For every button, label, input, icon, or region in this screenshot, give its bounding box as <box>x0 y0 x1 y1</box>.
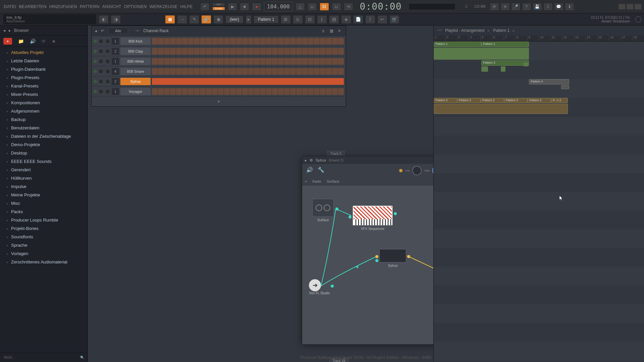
bar-marker[interactable]: 5 <box>480 36 492 41</box>
tab-surface[interactable]: Surface <box>327 179 339 183</box>
bar-marker[interactable]: 11 <box>550 36 562 41</box>
track-5-label[interactable]: Track 5 <box>327 151 344 157</box>
save-icon[interactable]: 💾 <box>533 3 542 11</box>
step-button[interactable] <box>248 68 254 75</box>
bar-marker[interactable]: 1 <box>434 36 445 41</box>
channel-led[interactable] <box>94 50 97 53</box>
step-button[interactable] <box>164 48 170 55</box>
step-button[interactable] <box>272 38 278 45</box>
step-button[interactable] <box>284 38 290 45</box>
step-button[interactable] <box>152 48 158 55</box>
channel-led[interactable] <box>94 60 97 63</box>
bar-marker[interactable]: 12 <box>562 36 574 41</box>
channel-number[interactable]: 2 <box>112 78 119 85</box>
channel-number[interactable]: 1 <box>112 38 119 45</box>
channel-name[interactable]: Voyager <box>120 88 151 95</box>
step-button[interactable] <box>236 68 242 75</box>
step-button[interactable] <box>290 88 296 95</box>
step-button[interactable] <box>272 68 278 75</box>
step-button[interactable] <box>326 38 332 45</box>
playlist-clip[interactable]: Pattern 2 <box>457 98 481 103</box>
bar-marker[interactable]: 7 <box>504 36 516 41</box>
playlist-clip[interactable]: Pattern 1 <box>434 42 481 47</box>
ein-led[interactable] <box>399 169 402 172</box>
menu-file[interactable]: DATEI <box>3 3 17 10</box>
close-button[interactable] <box>635 4 641 9</box>
step-button[interactable] <box>188 88 194 95</box>
play-button[interactable]: ▶ <box>228 3 237 11</box>
tempo-display[interactable]: 104.000 <box>264 2 292 11</box>
bar-marker[interactable]: 13 <box>574 36 586 41</box>
plugin-menu-icon[interactable]: ▸ <box>305 158 307 163</box>
step-button[interactable] <box>278 48 284 55</box>
channel-name[interactable]: 808 Kick <box>120 38 151 45</box>
step-button[interactable] <box>284 58 290 65</box>
step-button[interactable] <box>212 48 218 55</box>
chrack-close-button[interactable]: ✕ <box>336 28 342 34</box>
step-button[interactable] <box>320 48 326 55</box>
menu-edit[interactable]: BEARBEITEN <box>18 3 47 10</box>
globe-icon[interactable] <box>635 16 641 22</box>
step-button[interactable] <box>290 68 296 75</box>
grid-icon[interactable]: ⊞ <box>281 15 291 24</box>
step-button[interactable] <box>218 68 224 75</box>
channel-name[interactable]: 808 HiHat <box>120 58 151 65</box>
step-button[interactable] <box>164 68 170 75</box>
step-button[interactable] <box>326 48 332 55</box>
chrack-back-icon[interactable]: ◂ <box>95 29 97 33</box>
browser-item[interactable]: Demo-Projekte <box>0 140 88 149</box>
pan-knob[interactable] <box>412 166 422 175</box>
channel-vol-knob[interactable] <box>105 39 110 44</box>
pattern-play-icon[interactable]: ▸ <box>246 15 252 24</box>
playlist-clip[interactable] <box>481 66 488 72</box>
step-button[interactable] <box>182 48 188 55</box>
channel-pianoroll[interactable] <box>152 78 344 85</box>
shop-icon[interactable]: 🛒 <box>389 15 399 24</box>
file-icon[interactable]: 📄 <box>353 15 363 24</box>
step-button[interactable] <box>308 38 314 45</box>
folder-icon[interactable]: 📁 <box>18 39 24 44</box>
step-button[interactable] <box>290 48 296 55</box>
step-button[interactable] <box>248 58 254 65</box>
step-button[interactable] <box>320 58 326 65</box>
chrack-grid-icon[interactable]: ▦ <box>328 28 334 34</box>
stamp-icon[interactable]: ◉ <box>213 15 223 24</box>
step-button[interactable] <box>176 68 182 75</box>
channel-led[interactable] <box>94 80 97 83</box>
step-button[interactable] <box>326 58 332 65</box>
chrack-graph-icon[interactable]: ⫼ <box>320 28 326 34</box>
step-button[interactable] <box>188 58 194 65</box>
step-button[interactable] <box>266 88 272 95</box>
step-button[interactable] <box>320 88 326 95</box>
step-button[interactable] <box>290 58 296 65</box>
menu-help[interactable]: HILFE <box>179 3 194 10</box>
node-from-fl[interactable]: ➜ Von FL Studio <box>309 279 330 295</box>
step-button[interactable] <box>200 88 206 95</box>
browser-item[interactable]: Zerschnittenes Audiomaterial <box>0 258 88 266</box>
browser-item[interactable]: Kompositionen <box>0 99 88 107</box>
plugin-icon[interactable]: ◈ <box>341 15 351 24</box>
step-button[interactable] <box>176 88 182 95</box>
browser-item[interactable]: Plugin-Presets <box>0 73 88 82</box>
browser-item[interactable]: Misc <box>0 199 88 207</box>
step-button[interactable] <box>332 88 338 95</box>
step-button[interactable] <box>260 38 266 45</box>
chrack-add-button[interactable]: + <box>92 96 346 106</box>
step-button[interactable] <box>182 38 188 45</box>
bar-marker[interactable]: 9 <box>527 36 539 41</box>
playlist-clip[interactable]: Pattern 2 <box>434 98 457 103</box>
step-button[interactable] <box>314 88 320 95</box>
tab-karte[interactable]: Karte <box>312 179 321 183</box>
step-button[interactable] <box>176 58 182 65</box>
step-button[interactable] <box>236 48 242 55</box>
channel-pan-knob[interactable] <box>98 39 104 44</box>
step-button[interactable] <box>200 48 206 55</box>
menu-options[interactable]: OPTIONEN <box>123 3 148 10</box>
step-button[interactable] <box>182 88 188 95</box>
step-button[interactable] <box>248 88 254 95</box>
wait-icon[interactable]: ⊔ <box>308 3 317 11</box>
metronome-icon[interactable]: △ <box>296 3 305 11</box>
menu-pattern[interactable]: PATTERN <box>79 3 101 10</box>
step-button[interactable] <box>260 48 266 55</box>
step-button[interactable] <box>200 58 206 65</box>
